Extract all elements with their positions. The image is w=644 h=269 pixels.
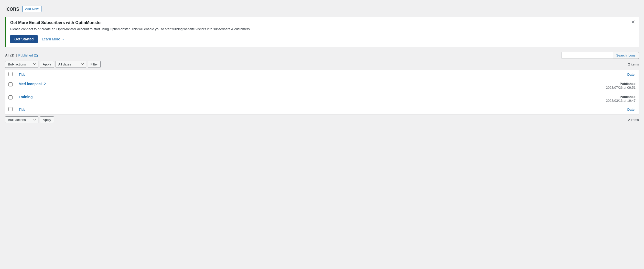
filter-link-published[interactable]: Published (2) [18, 53, 38, 57]
filter-link-all[interactable]: All (2) [5, 53, 14, 57]
row-checkbox-0[interactable] [8, 82, 13, 86]
table-body: Med-iconpack-2 Published 2023/07/26 at 0… [5, 79, 639, 105]
select-all-checkbox-bottom[interactable] [8, 107, 13, 111]
notice-text: Please connect to or create an OptinMons… [10, 27, 635, 32]
row-date-status-1: Published [318, 95, 636, 99]
items-count-top: 2 items [628, 62, 639, 66]
row-title-col: Training [16, 92, 315, 105]
icons-table: Title Date Med-iconpack-2 Published 2023… [5, 70, 639, 114]
get-started-button[interactable]: Get Started [10, 35, 38, 43]
table-footer-row: Title Date [5, 105, 639, 114]
row-date-col-0: Published 2023/07/26 at 09:51 [315, 79, 639, 92]
optinmonster-notice: Get More Email Subscribers with OptinMon… [5, 17, 639, 47]
apply-button-top[interactable]: Apply [40, 61, 54, 68]
row-date-value-1: 2023/03/13 at 19:47 [318, 99, 636, 103]
row-date-value-0: 2023/07/26 at 09:51 [318, 86, 636, 89]
header-checkbox-col [5, 70, 16, 79]
footer-checkbox-col [5, 105, 16, 114]
row-checkbox-1[interactable] [8, 95, 13, 99]
filter-button-top[interactable]: Filter [88, 61, 101, 68]
filter-sep: | [16, 53, 17, 57]
apply-button-bottom[interactable]: Apply [40, 116, 54, 123]
table-row: Training Published 2023/03/13 at 19:47 [5, 92, 639, 105]
row-date-status-0: Published [318, 82, 636, 86]
table-header-row: Title Date [5, 70, 639, 79]
items-count-bottom: 2 items [628, 118, 639, 122]
header-title-col[interactable]: Title [16, 70, 315, 79]
filter-bar-top: All (2) | Published (2) Search Icons [5, 52, 639, 59]
search-box: Search Icons [562, 52, 639, 59]
learn-more-link[interactable]: Learn More → [42, 37, 65, 41]
notice-actions: Get Started Learn More → [10, 35, 635, 43]
bulk-actions-select-bottom[interactable]: Bulk actions [5, 116, 38, 123]
top-actions-left: Bulk actions Apply All dates Filter [5, 61, 101, 68]
table-row: Med-iconpack-2 Published 2023/07/26 at 0… [5, 79, 639, 92]
row-checkbox-col [5, 92, 16, 105]
footer-date-col[interactable]: Date [315, 105, 639, 114]
add-new-button[interactable]: Add New [22, 6, 41, 12]
row-date-col-1: Published 2023/03/13 at 19:47 [315, 92, 639, 105]
header-date-col[interactable]: Date [315, 70, 639, 79]
notice-close-button[interactable]: ✕ [631, 19, 635, 25]
row-title-col: Med-iconpack-2 [16, 79, 315, 92]
dates-select-top[interactable]: All dates [56, 61, 86, 68]
page-header: Icons Add New [5, 5, 639, 13]
select-all-checkbox-top[interactable] [8, 72, 13, 76]
search-icons-button[interactable]: Search Icons [613, 52, 639, 59]
row-title-link-1[interactable]: Training [19, 95, 33, 99]
footer-title-col[interactable]: Title [16, 105, 315, 114]
bottom-actions: Bulk actions Apply [5, 116, 54, 123]
page-title: Icons [5, 5, 19, 13]
top-actions-row: Bulk actions Apply All dates Filter 2 it… [5, 61, 639, 68]
bulk-actions-select-top[interactable]: Bulk actions [5, 61, 38, 68]
row-title-link-0[interactable]: Med-iconpack-2 [19, 82, 46, 86]
bottom-bar: Bulk actions Apply 2 items [5, 116, 639, 123]
row-checkbox-col [5, 79, 16, 92]
filter-links: All (2) | Published (2) [5, 53, 38, 57]
search-input[interactable] [562, 52, 613, 59]
notice-title: Get More Email Subscribers with OptinMon… [10, 20, 635, 25]
